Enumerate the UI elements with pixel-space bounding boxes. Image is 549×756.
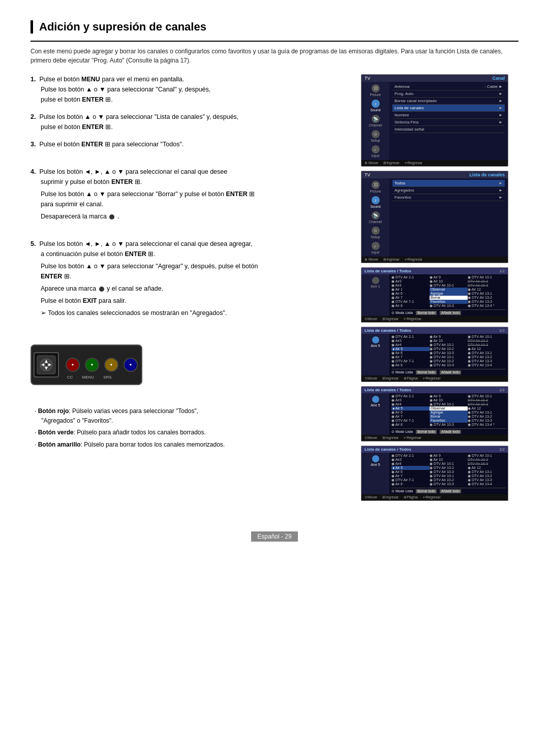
todos-sidebar-3: Aire 5: [361, 393, 389, 435]
s3-dtv21: ◉ DTV Air 2-1: [391, 394, 430, 398]
screenshots-column: TV Canal 🖼 Picture ♪ Sound 📡 Channel: [361, 74, 518, 501]
todos-screen-1: Lista de canales / Todos 1/2 Aire 1 ◉ DT…: [361, 267, 508, 323]
instructions: 1. Pulse el botón MENU para ver el menú …: [30, 74, 351, 501]
remote-container: ● ● ● ● CC MENU SRS: [30, 339, 351, 390]
todos-screen-4: Lista de canales / Todos 1/2 Aire 5 ◉ DT…: [361, 446, 508, 501]
lista-arrow: ►: [499, 106, 503, 110]
s2-dtv132: ◉ DTV Air 13-2: [468, 355, 506, 359]
intensidad-label: Intensidad señal: [394, 127, 424, 132]
anadir-todo-3: Añadir todo: [440, 430, 461, 434]
setup-icon: ⚙: [372, 130, 380, 138]
prog-label: Prog. Auto: [394, 91, 413, 96]
menu-row-prog: Prog. Auto ►: [392, 90, 505, 98]
tf4-regresar: ↩Regresar: [423, 495, 441, 499]
todos-footer-2: ⊙Mover ⊞Ingresar ⊕Página ↩Regresar: [361, 375, 508, 382]
sidebar-setup: ⚙ Setup: [361, 129, 389, 143]
s3-air5: ● Air 5: [391, 406, 430, 411]
step-5-text: 5. Pulse los botón ◄, ►, ▲ o ▼ para sele…: [30, 239, 351, 259]
step-5-note: ➢ Todos los canales seleccionados se mos…: [41, 308, 351, 318]
todos-body-1: Aire 1 ◉ DTV Air 2-1 ◉ Air 9 ◉ DTV Air 1…: [361, 274, 508, 316]
step-1-text: 1. Pulse el botón MENU para ver el menú …: [30, 74, 351, 105]
anadir-todo-2: Añadir todo: [440, 370, 461, 374]
antenna-value: : Cable ►: [485, 84, 503, 89]
s2-dtv103b: ◉ DTV Air 10-3: [430, 351, 468, 355]
todos-grid-4: ◉ DTV Air 2-1 ◉ Air 9 ◉ DTV Air 10-1 ◉ A…: [391, 454, 506, 486]
s2-dtv103c: ◉ DTV Air 10-3: [430, 363, 468, 367]
favoritos-arrow: ►: [499, 195, 503, 200]
blue-button[interactable]: ●: [124, 358, 138, 372]
s3-agregar: Agregar: [430, 411, 468, 415]
canal-title: Canal: [492, 76, 505, 81]
s2-dtv103: DTV Air 10-3: [468, 343, 506, 347]
borrar-todo-4: Borrar todo: [416, 489, 437, 493]
ch-borrar-popup: Borrar: [430, 296, 468, 300]
ch-dtv134: ◉ DTV Air 13-4 *: [468, 304, 506, 308]
lista-setup-label: Setup: [371, 235, 380, 239]
sound-icon: ♪: [372, 100, 380, 108]
s4-dtv134: ◉ DTV Air 13-4: [468, 482, 506, 486]
tf2-pagina: ⊕Página: [404, 376, 418, 381]
lista-sidebar-picture: 🖼 Picture: [361, 180, 389, 194]
ch-air8: ◉ Air 8: [391, 304, 430, 308]
s4-dtv102b: ◉ DTV Air 10-2: [430, 466, 468, 470]
s4-air7: ◉ Air 7: [391, 474, 430, 478]
tf2-mover: ⊙Mover: [364, 376, 377, 381]
content-area: 1. Pulse el botón MENU para ver el menú …: [30, 74, 518, 501]
s4-air12: ◉ Air 12: [468, 466, 506, 470]
s3-air10: ◉ Air 10: [430, 398, 468, 402]
s4-dtv133: ◉ DTV Air 13-3: [468, 478, 506, 482]
lista-label: Lista de canales: [394, 106, 424, 110]
menu-row-lista: Lista de canales ►: [392, 105, 505, 112]
srs-label: SRS: [103, 374, 111, 381]
s3-dtv101: ◉ DTV Air 10-1: [468, 394, 506, 398]
tf1-mover: ⊙Mover: [364, 317, 377, 321]
green-button[interactable]: ●: [85, 358, 99, 372]
todos-page-3: 1/2: [499, 388, 505, 392]
step-4-sub2: Desaparecerá la marca .: [41, 211, 351, 222]
modo-lista-2: ⊙ Modo Lista: [391, 370, 413, 374]
ch-agregar-popup: Agregar: [430, 292, 468, 296]
borrar-enc-label: Borrar canal encriptado: [394, 99, 437, 103]
ch-dtv21: ◉ DTV Air 2-1: [391, 275, 430, 279]
s3-dtv102: DTV Air 10-2: [468, 398, 506, 402]
ch-dtv71: ◉ DTV Air 7-1: [391, 300, 430, 304]
s2-dtv102c: ◉ DTV Air 10-2: [430, 359, 468, 363]
s3-dtv103b: ◉ DTV Air 10-3: [430, 423, 468, 427]
s2-dtv133: ◉ DTV Air 13-3: [468, 359, 506, 363]
ts2-aire5: Aire 5: [361, 335, 389, 349]
anadir-todo-4: Añadir todo: [440, 489, 461, 493]
todos-title-2: Lista de canales / Todos: [364, 328, 411, 333]
s2-dtv101b: ◉ DTV Air 10-1: [430, 343, 468, 347]
s2-air7: ◉ Air 7: [391, 355, 430, 359]
ch-dtv131: ◉ DTV Air 13-1: [468, 292, 506, 296]
step-4: 4. Pulse los botón ◄, ►, ▲ o ▼ para sele…: [30, 167, 351, 222]
s3-air9: ◉ Air 9: [430, 394, 468, 398]
lista-menu-header: TV Lista de canales: [361, 171, 508, 178]
s3-borrar: Borrar: [430, 415, 468, 419]
ch-air3: ◉ Air3: [391, 279, 430, 284]
s4-dtv103b: ◉ DTV Air 10-3: [430, 470, 468, 474]
agregados-row: Agregados ►: [392, 187, 505, 194]
todos-grid-1: ◉ DTV Air 2-1 ◉ Air 9 ◉ DTV Air 10-1 ◉ A…: [391, 275, 506, 308]
s2-dtv131: ◉ DTV Air 13-1: [468, 351, 506, 355]
bullet-green: · Botón verde: Púlselo para añadir todos…: [35, 428, 351, 437]
ts4-aire5: Aire 5: [361, 454, 389, 467]
agregados-arrow: ►: [499, 188, 503, 193]
todos-grid-2: ◉ DTV Air 2-1 ◉ Air 9 ◉ DTV Air 10-1 ◉ A…: [391, 335, 506, 367]
s3-dtv131: ◉ DTV Air 13-1: [468, 411, 506, 415]
todos-arrow: ►: [499, 181, 503, 185]
s3-dtv132: ◉ DTV Air 13-2: [468, 415, 506, 419]
canal-menu-footer: ⊕ Mover ⊞Ingresar ↩Regresar: [361, 160, 508, 166]
channel-label-1: Channel: [369, 123, 382, 127]
red-button[interactable]: ●: [66, 358, 80, 372]
todos-sidebar-1: Aire 1: [361, 274, 389, 316]
s4-dtv132: ◉ DTV Air 13-2: [468, 474, 506, 478]
favoritos-label: Favoritos: [394, 195, 411, 200]
canal-menu-header: TV Canal: [361, 75, 508, 82]
s2-air12: ◉ Air 12: [468, 347, 506, 351]
modo-lista-4: ⊙ Modo Lista: [391, 489, 413, 493]
yellow-button[interactable]: ●: [104, 358, 118, 372]
todos-content-1: ◉ DTV Air 2-1 ◉ Air 9 ◉ DTV Air 10-1 ◉ A…: [389, 274, 508, 316]
lista-menu-title: Lista de canales: [469, 172, 505, 177]
footer-ingresar-1: ⊞Ingresar: [383, 161, 400, 165]
